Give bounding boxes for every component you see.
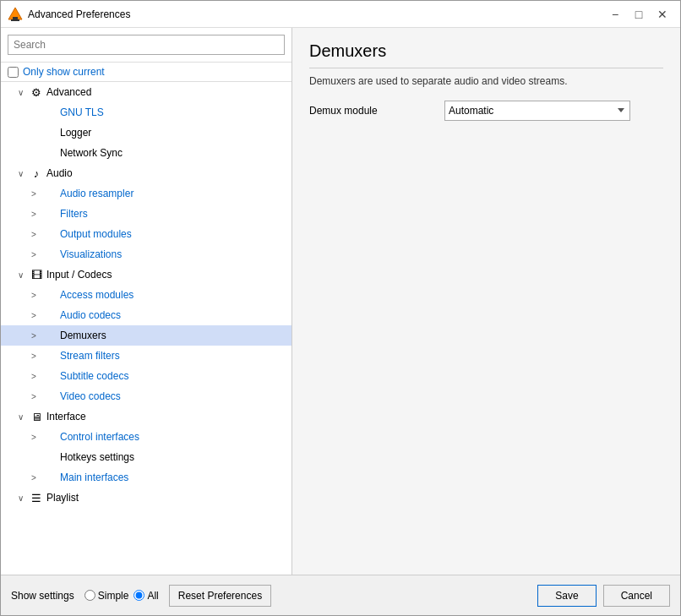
tree-arrow-network-sync [31,149,43,158]
tree-item-logger[interactable]: Logger [1,123,291,143]
tree-item-demuxers[interactable]: >Demuxers [1,325,291,346]
app-icon [8,7,23,22]
title-bar: Advanced Preferences − □ ✕ [1,1,680,28]
tree-arrow-main-interfaces: > [31,473,43,482]
tree-item-video-codecs[interactable]: >Video codecs [1,386,291,406]
tree-label-audio: Audio [46,167,73,179]
window-controls: − □ ✕ [604,5,673,24]
tree-label-control-interfaces: Control interfaces [60,431,139,443]
tree-icon-spacer-visualizations [43,248,57,261]
tree-icon-spacer-audio-codecs [43,308,57,322]
tree-item-main-interfaces[interactable]: >Main interfaces [1,467,291,488]
search-area [1,28,291,63]
main-window: Advanced Preferences − □ ✕ Only show cur… [0,0,681,616]
tree-arrow-gnu-tls [31,108,43,117]
tree-item-audio-resampler[interactable]: >Audio resampler [1,183,291,204]
only-show-current-checkbox[interactable] [8,67,19,78]
left-panel: Only show current ∨⚙Advanced GNU TLS Log… [1,28,292,575]
only-show-current-label[interactable]: Only show current [23,66,105,78]
tree-label-output-modules: Output modules [60,228,132,240]
tree-icon-spacer-video-codecs [43,390,57,403]
tree-label-audio-resampler: Audio resampler [60,188,133,199]
tree-item-hotkeys-settings[interactable]: Hotkeys settings [1,447,291,467]
tree-item-visualizations[interactable]: >Visualizations [1,244,291,264]
tree-label-audio-codecs: Audio codecs [60,309,121,321]
tree-label-playlist: Playlist [46,492,79,504]
tree-arrow-hotkeys-settings [31,453,43,462]
tree-icon-spacer-output-modules [43,227,57,241]
tree-icon-spacer-hotkeys-settings [43,450,57,464]
tree-label-demuxers: Demuxers [60,330,106,341]
panel-description: Demuxers are used to separate audio and … [309,75,663,87]
tree-arrow-audio-resampler: > [31,189,43,199]
tree-item-access-modules[interactable]: >Access modules [1,285,291,305]
tree-label-access-modules: Access modules [60,289,133,301]
svg-rect-1 [13,17,18,19]
tree-icon-advanced: ⚙ [30,85,43,99]
tree-item-input-codecs[interactable]: ∨🎞Input / Codecs [1,264,291,285]
tree-item-audio-codecs[interactable]: >Audio codecs [1,305,291,325]
tree-label-subtitle-codecs: Subtitle codecs [60,370,128,382]
tree-icon-input-codecs: 🎞 [30,268,43,281]
minimize-button[interactable]: − [604,5,626,24]
tree-icon-spacer-subtitle-codecs [43,369,57,383]
tree-item-subtitle-codecs[interactable]: >Subtitle codecs [1,366,291,386]
tree-item-output-modules[interactable]: >Output modules [1,224,291,244]
cancel-button[interactable]: Cancel [603,585,670,607]
tree-icon-spacer-control-interfaces [43,430,57,444]
tree-label-logger: Logger [60,127,91,139]
tree-arrow-logger [31,128,43,138]
tree-item-control-interfaces[interactable]: >Control interfaces [1,427,291,447]
tree-item-stream-filters[interactable]: >Stream filters [1,346,291,366]
tree-container[interactable]: ∨⚙Advanced GNU TLS Logger Network Sync∨♪… [1,82,291,575]
tree-arrow-demuxers: > [31,331,43,341]
window-title: Advanced Preferences [28,8,604,20]
main-content: Only show current ∨⚙Advanced GNU TLS Log… [1,28,680,575]
tree-item-advanced[interactable]: ∨⚙Advanced [1,82,291,102]
tree-label-network-sync: Network Sync [60,147,123,159]
save-button[interactable]: Save [537,585,596,607]
radio-all-label[interactable]: All [147,590,158,602]
right-panel: Demuxers Demuxers are used to separate a… [292,28,680,575]
tree-icon-spacer-gnu-tls [43,106,57,119]
tree-arrow-advanced: ∨ [18,88,30,97]
tree-label-visualizations: Visualizations [60,248,122,260]
tree-label-advanced: Advanced [46,86,91,98]
tree-label-stream-filters: Stream filters [60,350,120,362]
tree-arrow-input-codecs: ∨ [18,270,30,280]
radio-simple-item: Simple [84,590,129,602]
tree-arrow-output-modules: > [31,230,43,239]
tree-item-playlist[interactable]: ∨☰Playlist [1,488,291,508]
tree-arrow-video-codecs: > [31,392,43,401]
radio-simple-label[interactable]: Simple [98,590,129,602]
close-button[interactable]: ✕ [651,5,673,24]
tree-label-hotkeys-settings: Hotkeys settings [60,451,134,463]
tree-icon-spacer-stream-filters [43,349,57,363]
tree-arrow-visualizations: > [31,250,43,259]
tree-label-interface: Interface [46,411,86,422]
tree-arrow-interface: ∨ [18,412,30,422]
tree-arrow-control-interfaces: > [31,433,43,442]
tree-item-gnu-tls[interactable]: GNU TLS [1,102,291,123]
tree-arrow-audio: ∨ [18,169,30,178]
demux-module-select[interactable]: Automatic None Custom [444,101,630,121]
tree-item-interface[interactable]: ∨🖥Interface [1,406,291,427]
radio-all[interactable] [133,590,144,601]
tree-item-audio[interactable]: ∨♪Audio [1,163,291,183]
tree-item-network-sync[interactable]: Network Sync [1,143,291,163]
search-input[interactable] [8,35,285,55]
tree-icon-spacer-logger [43,126,57,139]
tree-item-filters[interactable]: >Filters [1,204,291,224]
radio-all-item: All [133,590,158,602]
tree-icon-audio: ♪ [30,166,43,180]
maximize-button[interactable]: □ [628,5,650,24]
only-show-current-row: Only show current [1,63,291,82]
tree-label-video-codecs: Video codecs [60,390,121,402]
tree-label-main-interfaces: Main interfaces [60,472,128,483]
show-settings-label: Show settings [11,590,74,602]
reset-preferences-button[interactable]: Reset Preferences [169,585,271,607]
tree-label-gnu-tls: GNU TLS [60,106,104,118]
tree-arrow-filters: > [31,210,43,219]
radio-simple[interactable] [84,590,95,601]
tree-icon-playlist: ☰ [30,491,43,504]
